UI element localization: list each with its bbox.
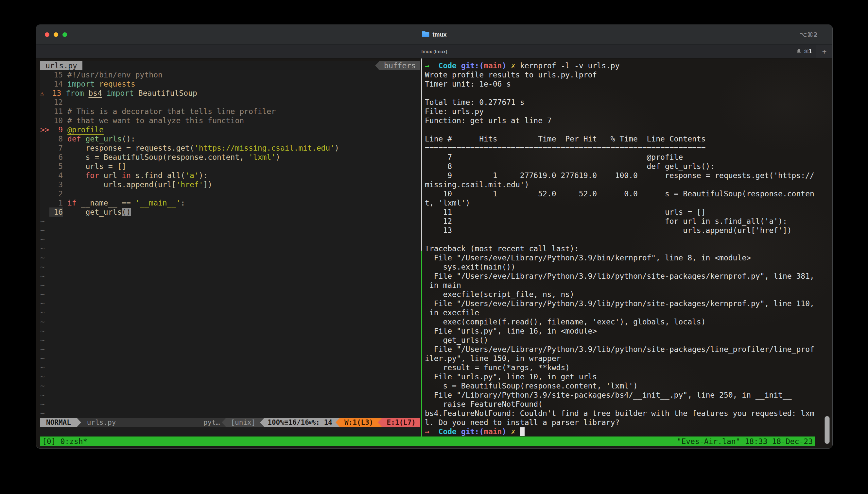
zoom-button[interactable]: [62, 32, 67, 37]
tmux-pane-divider[interactable]: [421, 58, 422, 437]
tmux-session-window[interactable]: [0] 0:zsh*: [42, 437, 87, 446]
window-title-group: tmux: [422, 25, 447, 44]
traffic-lights: [45, 32, 67, 37]
statusline-filename: urls.py: [81, 418, 117, 427]
code-line: ⚠13from bs4 import BeautifulSoup: [40, 89, 420, 98]
terminal-line: 7 @profile: [425, 153, 817, 162]
code-line: 15#!/usr/bin/env python: [40, 70, 420, 79]
code-line: 10# that we want to analyze this functio…: [40, 116, 420, 125]
terminal-line: in main: [425, 281, 817, 290]
empty-line-tilde: ~: [40, 262, 420, 271]
terminal-line: 13 urls.append(url['href']): [425, 226, 817, 235]
terminal-line: Traceback (most recent call last):: [425, 244, 817, 253]
empty-line-tilde: ~: [40, 253, 420, 262]
powerline-separator: [222, 418, 226, 427]
terminal-line: 11 urls = []: [425, 207, 817, 216]
terminal-line: get_urls(): [425, 336, 817, 345]
code-line: 4 for url in s.find_all('a'):: [40, 171, 420, 180]
terminal-line: exec(compile(f.read(), filename, 'exec')…: [425, 317, 817, 326]
line-number-symbol: LN: [309, 419, 312, 426]
tmux-host-clock: "Eves-Air.lan" 18:33 18-Dec-23: [677, 437, 813, 446]
window-shortcut-label: ⌥⌘2: [800, 31, 818, 38]
empty-line-tilde: ~: [40, 281, 420, 290]
folder-icon: [422, 32, 429, 37]
terminal-line: File "/Users/eve/Library/Python/3.9/bin/…: [425, 253, 817, 262]
statusline-warning-count: W:1(L3): [340, 418, 378, 427]
empty-line-tilde: ~: [40, 244, 420, 253]
empty-line-tilde: ~: [40, 226, 420, 235]
code-line: 1if __name__ == '__main__':: [40, 198, 420, 207]
terminal-line: Function: get_urls at line 7: [425, 116, 817, 125]
tab-badge: ⌘1: [804, 49, 812, 55]
terminal-line: sys.exit(main()): [425, 262, 817, 271]
empty-line-tilde: ~: [40, 409, 420, 418]
vim-cmdline: [40, 427, 420, 436]
empty-line-tilde: ~: [40, 354, 420, 363]
terminal-line: File "/Library/Python/3.9/site-packages/…: [425, 391, 817, 400]
tab-bar: tmux (tmux) ⌘1 +: [36, 44, 832, 58]
code-line: 12: [40, 98, 420, 107]
empty-line-tilde: ~: [40, 400, 420, 409]
terminal-line: raise FeatureNotFound(: [425, 400, 817, 409]
terminal-line: missing.csail.mit.edu'): [425, 180, 817, 189]
terminal-line: 9 1 277619.0 277619.0 100.0 response = r…: [425, 171, 817, 180]
powerline-separator: [260, 418, 264, 427]
scrollbar-thumb[interactable]: [825, 416, 830, 444]
terminal-line: bs4.FeatureNotFound: Couldn't find a tre…: [425, 409, 817, 418]
code-line: 11# This is a decorator that tells line_…: [40, 107, 420, 116]
terminal-line: execfile(script_file, ns, ns): [425, 290, 817, 299]
empty-line-tilde: ~: [40, 216, 420, 226]
vim-tab-active[interactable]: urls.py: [40, 61, 83, 70]
code-line: 7 response = requests.get('https://missi…: [40, 144, 420, 153]
terminal-line: File "/Users/eve/Library/Python/3.9/lib/…: [425, 345, 817, 354]
empty-line-tilde: ~: [40, 317, 420, 326]
tmux-status-bar: [0] 0:zsh* "Eves-Air.lan" 18:33 18-Dec-2…: [40, 437, 815, 446]
terminal-line: s = BeautifulSoup(response.content, 'lxm…: [425, 381, 817, 391]
vim-buffer[interactable]: 15#!/usr/bin/env python14import requests…: [40, 70, 420, 418]
empty-line-tilde: ~: [40, 299, 420, 308]
tab-title[interactable]: tmux (tmux): [421, 49, 447, 54]
vim-pane[interactable]: urls.py buffers 15#!/usr/bin/env python1…: [40, 61, 420, 436]
terminal-line: File "urls.py", line 16, in <module>: [425, 326, 817, 336]
terminal-line: 10 1 52.0 52.0 0.0 s = BeautifulSoup(res…: [425, 189, 817, 198]
new-tab-button[interactable]: +: [816, 45, 832, 58]
empty-line-tilde: ~: [40, 391, 420, 400]
buffers-separator: [375, 61, 379, 70]
terminal-content: urls.py buffers 15#!/usr/bin/env python1…: [36, 58, 832, 448]
terminal-line: [425, 89, 817, 98]
terminal-line: File "/Users/eve/Library/Python/3.9/lib/…: [425, 299, 817, 308]
code-line: 14import requests: [40, 79, 420, 89]
vim-statusline: NORMAL urls.py pyt… [unix] 100%≡16/16LN%…: [40, 418, 420, 427]
terminal-line: Total time: 0.277671 s: [425, 98, 817, 107]
terminal-line: Timer unit: 1e-06 s: [425, 79, 817, 89]
statusline-error-count: E:1(L7): [382, 418, 420, 427]
terminal-line: iler.py", line 150, in wrapper: [425, 354, 817, 363]
terminal-line: File: urls.py: [425, 107, 817, 116]
empty-line-tilde: ~: [40, 235, 420, 244]
shell-pane[interactable]: → Code git:(main) ✗ kernprof -l -v urls.…: [425, 61, 817, 436]
powerline-separator: [378, 418, 382, 427]
powerline-separator: [336, 418, 340, 427]
terminal-line: l. Do you need to install a parser libra…: [425, 418, 817, 427]
close-button[interactable]: [45, 32, 49, 37]
empty-line-tilde: ~: [40, 372, 420, 381]
terminal-line: ========================================…: [425, 144, 817, 153]
statusline-fileformat: [unix]: [226, 418, 260, 427]
vim-tabline: urls.py buffers: [40, 61, 420, 70]
empty-line-tilde: ~: [40, 381, 420, 391]
plus-icon: +: [822, 47, 827, 56]
empty-line-tilde: ~: [40, 326, 420, 336]
minimize-button[interactable]: [54, 32, 58, 37]
titlebar[interactable]: tmux ⌥⌘2: [36, 25, 832, 44]
terminal-line: File "/Users/eve/Library/Python/3.9/lib/…: [425, 271, 817, 281]
vim-mode-indicator: NORMAL: [40, 418, 77, 427]
statusline-filetype: pyt…: [201, 418, 222, 427]
vim-tab-filename: urls.py: [46, 61, 77, 70]
code-line: 8def get_urls():: [40, 134, 420, 144]
terminal-window: tmux ⌥⌘2 tmux (tmux) ⌘1 + urls.py: [36, 24, 833, 449]
empty-line-tilde: ~: [40, 308, 420, 317]
empty-line-tilde: ~: [40, 290, 420, 299]
terminal-line: [425, 125, 817, 134]
code-line: 5 urls = []: [40, 162, 420, 171]
terminal-line: → Code git:(main) ✗ kernprof -l -v urls.…: [425, 61, 817, 70]
